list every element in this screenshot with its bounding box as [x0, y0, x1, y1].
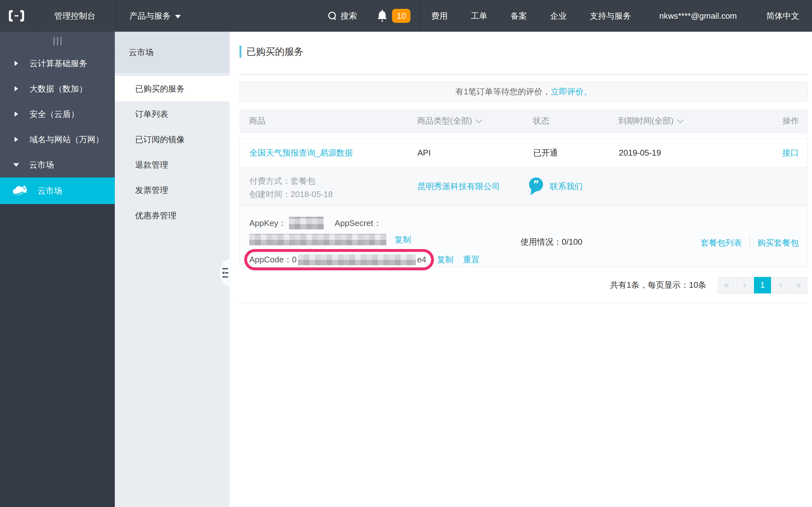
package-list-link[interactable]: 套餐包列表	[701, 237, 742, 248]
sidebar-item-label: 云市场	[29, 159, 54, 170]
products-services-label: 产品与服务	[130, 10, 171, 21]
notice-text: 有1笔订单等待您的评价，	[455, 86, 551, 97]
sidebar-item-label: 大数据（数加）	[30, 83, 87, 95]
chevron-down-icon	[175, 15, 181, 18]
title-divider	[240, 74, 808, 75]
sidebar-item-cloud-market-active[interactable]: 云市场	[0, 177, 115, 204]
appsecret-label: AppSecret：	[335, 218, 381, 229]
appsecret-value-redacted	[249, 234, 386, 245]
product-type: API	[413, 148, 527, 158]
credentials-row: AppKey： AppSecret： 复制 AppCode： 0	[240, 206, 808, 267]
nav-item-tickets[interactable]: 工单	[459, 0, 499, 32]
nav-item-support[interactable]: 支持与服务	[578, 0, 642, 32]
triangle-down-icon	[13, 163, 19, 167]
navbar-spacer	[194, 0, 317, 32]
copy-appsecret-link[interactable]: 复制	[395, 234, 411, 245]
arrow-left-icon	[222, 271, 224, 274]
vendor-link[interactable]: 昆明秀派科技有限公司	[417, 181, 500, 192]
col-header-action: 操作	[720, 115, 808, 126]
triangle-right-icon	[14, 61, 18, 66]
nav-item-icp[interactable]: 备案	[499, 0, 538, 32]
sidebar-filler	[0, 204, 115, 507]
submenu-title: 云市场	[115, 32, 230, 73]
nav-item-billing-label: 费用	[431, 10, 448, 21]
search-label: 搜索	[340, 10, 357, 21]
alibaba-cloud-logo-icon	[8, 9, 25, 22]
sidebar-collapse-handle[interactable]	[0, 32, 115, 51]
secondary-sidebar: 云市场 已购买的服务 订单列表 已订阅的镜像 退款管理 发票管理 优惠券管理	[115, 32, 230, 507]
vertical-divider	[750, 236, 750, 249]
nav-item-support-label: 支持与服务	[590, 10, 631, 21]
review-now-link[interactable]: 立即评价。	[551, 86, 592, 97]
usage-status: 使用情况：0/100	[520, 236, 582, 247]
reset-appcode-link[interactable]: 重置	[463, 254, 479, 265]
chat-bubble-icon: ”	[527, 176, 545, 198]
sidebar-nav: 云计算基础服务 大数据（数加） 安全（云盾） 域名与网站（万网） 云市场	[0, 51, 115, 177]
appkey-line: AppKey： AppSecret：	[240, 206, 808, 229]
primary-sidebar: 云计算基础服务 大数据（数加） 安全（云盾） 域名与网站（万网） 云市场	[0, 32, 115, 507]
bell-icon	[377, 9, 388, 22]
appkey-value-redacted	[289, 217, 324, 229]
sidebar-item-security[interactable]: 安全（云盾）	[0, 101, 115, 127]
chevron-down-icon	[475, 117, 482, 123]
pay-method: 付费方式：套餐包	[249, 174, 413, 187]
alibaba-cloud-logo[interactable]	[0, 0, 33, 32]
pagination-first-button[interactable]: «	[718, 277, 735, 293]
submenu-list: 已购买的服务 订单列表 已订阅的镜像 退款管理 发票管理 优惠券管理	[115, 73, 230, 228]
collapse-icon	[222, 268, 228, 269]
sidebar-item-domains[interactable]: 域名与网站（万网）	[0, 127, 115, 152]
submenu-item-invoice-management[interactable]: 发票管理	[115, 177, 230, 203]
pagination-page-1-button[interactable]: 1	[754, 277, 771, 293]
service-card: 全国天气预报查询_易源数据 API 已开通 2019-05-19 接口 付费方式…	[240, 138, 808, 267]
sidebar-item-label: 域名与网站（万网）	[30, 134, 104, 145]
create-time: 创建时间：2018-05-18	[249, 187, 413, 201]
appcode-line: AppCode： 0 e4 复制 重置	[240, 251, 808, 268]
sidebar-item-cloud-market-group[interactable]: 云市场	[0, 152, 115, 177]
account-menu[interactable]: nkws****@gmail.com	[642, 0, 753, 32]
sidebar-item-big-data[interactable]: 大数据（数加）	[0, 76, 115, 101]
search-button[interactable]: 搜索	[317, 0, 368, 32]
table-row: 全国天气预报查询_易源数据 API 已开通 2019-05-19 接口	[240, 139, 808, 167]
sidebar-item-cloud-computing[interactable]: 云计算基础服务	[0, 51, 115, 76]
product-link[interactable]: 全国天气预报查询_易源数据	[249, 148, 353, 158]
account-email: nkws****@gmail.com	[659, 11, 737, 21]
submenu-item-refund-management[interactable]: 退款管理	[115, 152, 230, 177]
pagination-summary: 共有1条，每页显示：10条	[610, 279, 706, 291]
pagination: « ‹ 1 › »	[718, 277, 807, 293]
col-header-product: 商品	[240, 115, 412, 126]
page-title: 已购买的服务	[240, 46, 808, 58]
submenu-item-coupon-management[interactable]: 优惠券管理	[115, 203, 230, 228]
status-badge: 已开通	[527, 147, 612, 158]
triangle-right-icon	[14, 86, 18, 91]
language-switcher[interactable]: 简体中文	[753, 0, 812, 32]
appcode-prefix: 0	[292, 255, 296, 265]
pagination-next-button[interactable]: ›	[772, 277, 789, 293]
buy-package-link[interactable]: 购买套餐包	[757, 237, 799, 248]
pagination-last-button[interactable]: »	[790, 277, 807, 293]
submenu-item-purchased-services[interactable]: 已购买的服务	[115, 76, 230, 101]
nav-item-billing[interactable]: 费用	[419, 0, 459, 32]
expire-date: 2019-05-19	[612, 148, 720, 158]
notifications-button[interactable]: 10	[368, 0, 419, 32]
nav-item-enterprise[interactable]: 企业	[538, 0, 578, 32]
table-header: 商品 商品类型(全部) 状态 到期时间(全部) 操作	[240, 109, 808, 133]
api-action-link[interactable]: 接口	[782, 148, 799, 158]
col-header-type[interactable]: 商品类型(全部)	[412, 115, 526, 126]
submenu-item-order-list[interactable]: 订单列表	[115, 101, 230, 127]
console-home-link[interactable]: 管理控制台	[33, 0, 116, 32]
submenu-collapse-handle[interactable]	[220, 258, 231, 287]
col-header-expire[interactable]: 到期时间(全部)	[612, 115, 720, 126]
appcode-label: AppCode：	[249, 254, 292, 265]
top-navbar: 管理控制台 产品与服务 搜索 10 费用 工单 备案 企	[0, 0, 812, 32]
submenu-item-subscribed-images[interactable]: 已订阅的镜像	[115, 127, 230, 152]
collapse-bars-icon	[54, 37, 55, 45]
nav-item-enterprise-label: 企业	[550, 10, 566, 21]
copy-appcode-link[interactable]: 复制	[437, 254, 454, 265]
contact-us[interactable]: ” 联系我们	[527, 167, 583, 206]
pagination-prev-button[interactable]: ‹	[736, 277, 753, 293]
cloud-market-icon	[12, 184, 29, 197]
svg-text:”: ”	[533, 178, 539, 189]
pay-info: 付费方式：套餐包 创建时间：2018-05-18	[240, 167, 413, 206]
contact-us-link[interactable]: 联系我们	[550, 181, 583, 192]
products-services-menu[interactable]: 产品与服务	[116, 0, 194, 32]
